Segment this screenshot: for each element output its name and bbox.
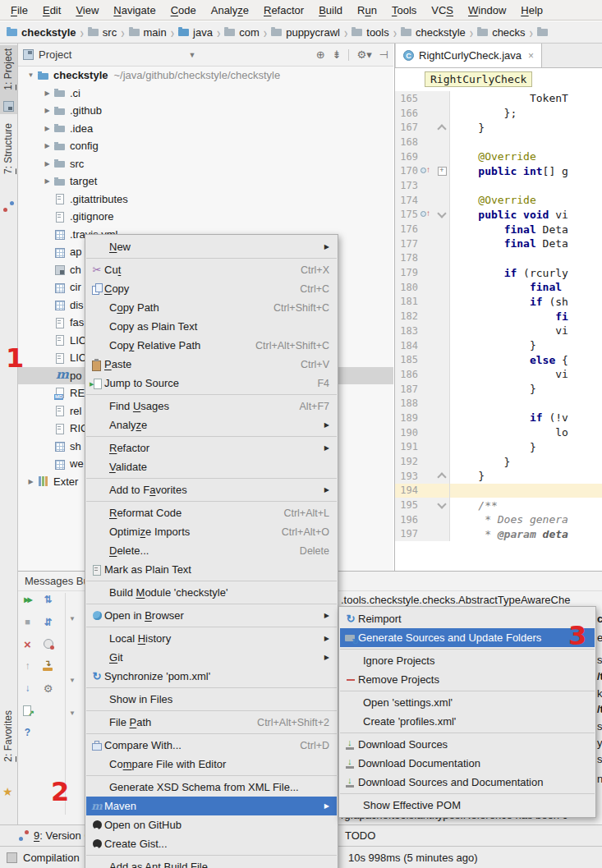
fold-expand-icon[interactable]: +: [438, 167, 447, 176]
collapse-icon[interactable]: ⇅: [41, 615, 55, 628]
editor-tab[interactable]: C RightCurlyCheck.java ×: [395, 44, 542, 67]
menu-item-synchronize-pom-xml[interactable]: Synchronize 'pom.xml': [86, 667, 337, 686]
tool-stripe-favorites[interactable]: 2: Favorites: [2, 710, 14, 762]
tree-row[interactable]: ▶src: [18, 155, 393, 173]
override-icon[interactable]: [420, 166, 432, 176]
menu-item-copy[interactable]: CopyCtrl+C: [86, 279, 337, 298]
code-line[interactable]: 184 }: [395, 338, 602, 353]
tree-row[interactable]: ▶.ci: [18, 85, 393, 103]
breadcrumb-item[interactable]: tools: [352, 26, 388, 39]
code-line[interactable]: 193 }: [395, 469, 602, 484]
code-line[interactable]: 192 }: [395, 454, 602, 469]
menu-item-new[interactable]: New▶: [86, 237, 337, 256]
menubar-item-vcs[interactable]: VCS: [424, 2, 461, 19]
code-line[interactable]: 174 @Override: [395, 193, 602, 208]
tree-arrow-icon[interactable]: ▶: [41, 160, 53, 168]
code-line[interactable]: 191 }: [395, 440, 602, 455]
hide-panel-icon[interactable]: ⊣: [379, 48, 388, 61]
menu-item-jump-to-source[interactable]: Jump to SourceF4: [86, 374, 337, 393]
breadcrumb-item[interactable]: com: [224, 26, 260, 39]
close-icon[interactable]: ×: [21, 637, 34, 650]
menubar-item-tools[interactable]: Tools: [384, 2, 424, 19]
override-icon[interactable]: [420, 209, 432, 219]
submenu-item-reimport[interactable]: Reimport: [340, 609, 595, 628]
code-line[interactable]: 196 * Does genera: [395, 512, 602, 527]
stop-icon[interactable]: ■: [21, 615, 34, 628]
tree-expand-icon[interactable]: ▼: [69, 677, 76, 684]
tree-expand-icon[interactable]: ▼: [69, 615, 76, 622]
menu-item-build-module-checkstyle[interactable]: Build Module 'checkstyle': [86, 583, 337, 602]
code-line[interactable]: 166 };: [395, 106, 602, 121]
code-line[interactable]: 178: [395, 251, 602, 266]
code-line[interactable]: 175 public void vi: [395, 208, 602, 223]
suspend-icon[interactable]: [41, 637, 55, 650]
gear-icon[interactable]: ⚙▾: [356, 48, 371, 61]
expand-icon[interactable]: ⇅: [41, 593, 55, 606]
menu-item-refactor[interactable]: Refactor▶: [86, 439, 337, 457]
code-line[interactable]: 177 final Deta: [395, 237, 602, 251]
export-icon[interactable]: [21, 704, 34, 717]
submenu-item-ignore-projects[interactable]: Ignore Projects: [340, 651, 595, 670]
tree-arrow-icon[interactable]: ▶: [41, 107, 53, 114]
code-line[interactable]: 190 lo: [395, 425, 602, 440]
menubar-item-edit[interactable]: Edit: [35, 2, 68, 19]
menubar-item-help[interactable]: Help: [513, 2, 550, 19]
breadcrumb-item[interactable]: main: [129, 26, 167, 39]
code-line[interactable]: 180 final: [395, 280, 602, 295]
menu-item-cut[interactable]: CutCtrl+X: [86, 260, 337, 279]
tree-row[interactable]: ▶.github: [18, 102, 393, 120]
menubar-item-navigate[interactable]: Navigate: [106, 2, 163, 19]
element-breadcrumb-chip[interactable]: RightCurlyCheck: [425, 71, 532, 87]
fold-open-icon[interactable]: [437, 209, 446, 218]
breadcrumb-item[interactable]: checks: [477, 26, 525, 39]
breadcrumb-item[interactable]: src: [88, 26, 117, 39]
help-icon[interactable]: ?: [21, 726, 34, 739]
menu-item-optimize-imports[interactable]: Optimize ImportsCtrl+Alt+O: [86, 522, 337, 541]
breadcrumb-item[interactable]: [537, 29, 548, 36]
tree-row[interactable]: ▼checkstyle~/java/github/checkstyle/chec…: [18, 67, 393, 85]
code-line[interactable]: 176 final Deta: [395, 222, 602, 237]
menu-item-show-in-files[interactable]: Show in Files: [86, 690, 337, 709]
tree-arrow-icon[interactable]: ▼: [25, 71, 37, 79]
menubar-item-view[interactable]: View: [68, 2, 106, 19]
code-line[interactable]: 183 vi: [395, 324, 602, 338]
menu-item-add-to-favorites[interactable]: Add to Favorites▶: [86, 480, 337, 499]
menubar-item-analyze[interactable]: Analyze: [204, 2, 256, 19]
menu-item-copy-as-plain-text[interactable]: Copy as Plain Text: [86, 317, 337, 336]
menu-item-local-history[interactable]: Local History▶: [86, 629, 337, 648]
tree-row[interactable]: ▶config: [18, 137, 393, 155]
menubar-item-refactor[interactable]: Refactor: [256, 2, 311, 19]
wrench-icon[interactable]: ⚙: [41, 682, 55, 695]
code-line[interactable]: 182 fi: [395, 309, 602, 324]
code-line[interactable]: 169 @Override: [395, 149, 602, 164]
tree-arrow-icon[interactable]: ▶: [41, 177, 53, 185]
submenu-item-show-effective-pom[interactable]: Show Effective POM: [340, 796, 595, 815]
breadcrumb-item[interactable]: java: [178, 26, 213, 39]
code-line[interactable]: 185 else {: [395, 352, 602, 367]
fold-end-icon[interactable]: [437, 473, 446, 482]
code-line[interactable]: 173: [395, 178, 602, 193]
tree-arrow-icon[interactable]: ▶: [41, 90, 53, 97]
code-line[interactable]: 194: [395, 484, 602, 498]
menu-item-compare-file-with-editor[interactable]: Compare File with Editor: [86, 755, 337, 774]
down-icon[interactable]: ↓: [21, 682, 34, 695]
menu-item-git[interactable]: Git▶: [86, 648, 337, 667]
menu-item-mark-as-plain-text[interactable]: Mark as Plain Text: [86, 560, 337, 579]
submenu-item-open-settings-xml[interactable]: Open 'settings.xml': [340, 693, 595, 712]
breadcrumb-item[interactable]: checkstyle: [401, 26, 466, 39]
tree-arrow-icon[interactable]: ▶: [41, 125, 53, 132]
tree-row[interactable]: .gitattributes: [18, 191, 393, 209]
menu-item-create-gist[interactable]: Create Gist...: [86, 834, 337, 853]
tray-icon[interactable]: [41, 659, 55, 673]
menu-item-open-on-github[interactable]: Open on GitHub: [86, 815, 337, 834]
submenu-item-generate-sources-and-update-folders[interactable]: Generate Sources and Update Folders: [340, 628, 595, 647]
submenu-item-download-sources-and-documentation[interactable]: Download Sources and Documentation: [340, 773, 595, 792]
menu-item-generate-xsd-schema-from-xml-file[interactable]: Generate XSD Schema from XML File...: [86, 778, 337, 797]
code-line[interactable]: 197 * @param deta: [395, 527, 602, 542]
menu-item-delete[interactable]: Delete...Delete: [86, 541, 337, 560]
rerun-icon[interactable]: ▶▶: [21, 593, 34, 606]
breadcrumb-item[interactable]: checkstyle: [7, 26, 76, 39]
code-line[interactable]: 179 if (rcurly: [395, 265, 602, 280]
code-line[interactable]: 168: [395, 135, 602, 149]
menubar-item-window[interactable]: Window: [461, 2, 513, 19]
